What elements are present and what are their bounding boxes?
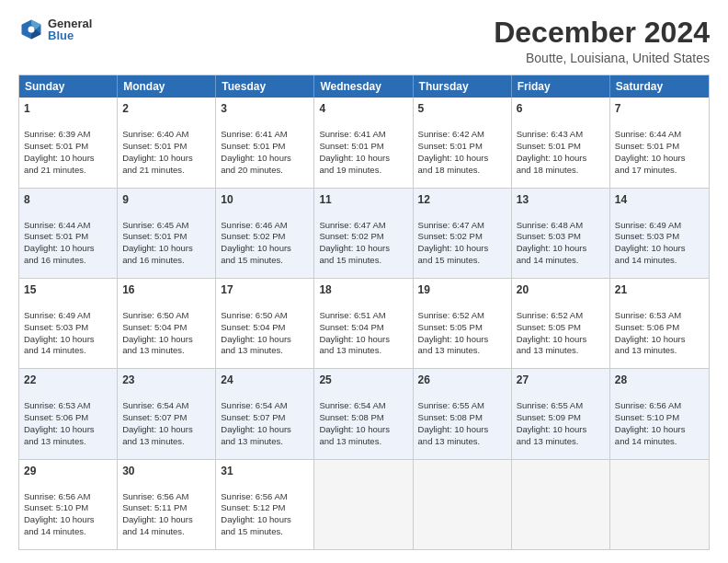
day-info-line: Daylight: 10 hours [24,243,95,253]
day-info-line: Sunrise: 6:56 AM [615,400,681,410]
day-number: 5 [418,101,506,116]
day-info-line: Daylight: 10 hours [615,153,686,163]
day-info-line: and 13 minutes. [319,436,381,446]
day-info-line: Sunset: 5:02 PM [319,231,383,241]
day-number: 21 [615,282,704,297]
day-info-line: and 13 minutes. [615,345,677,355]
day-info-line: Sunrise: 6:53 AM [615,310,681,320]
calendar-cell: 27Sunrise: 6:55 AMSunset: 5:09 PMDayligh… [512,369,610,458]
day-info-line: Sunrise: 6:39 AM [24,129,90,139]
calendar-row-5: 29Sunrise: 6:56 AMSunset: 5:10 PMDayligh… [19,460,709,549]
calendar-cell: 3Sunrise: 6:41 AMSunset: 5:01 PMDaylight… [216,98,314,187]
day-info-line: Sunset: 5:02 PM [418,231,483,241]
calendar-cell: 20Sunrise: 6:52 AMSunset: 5:05 PMDayligh… [512,279,610,368]
day-info-line: Sunset: 5:03 PM [24,322,88,332]
day-info-line: and 13 minutes. [517,436,579,446]
calendar-cell: 21Sunrise: 6:53 AMSunset: 5:06 PMDayligh… [610,279,709,368]
day-info-line: Sunrise: 6:55 AM [418,400,484,410]
day-info-line: and 14 minutes. [517,255,579,265]
day-number: 11 [319,192,407,207]
day-info-line: Daylight: 10 hours [122,334,193,344]
day-info-line: and 13 minutes. [517,345,579,355]
day-info-line: and 13 minutes. [122,345,185,355]
header-day-friday: Friday [512,75,610,98]
day-info-line: Sunset: 5:01 PM [221,141,285,151]
subtitle: Boutte, Louisiana, United States [494,51,710,65]
day-info-line: Sunset: 5:03 PM [517,231,581,241]
calendar-cell [610,460,709,549]
day-number: 15 [24,282,112,297]
day-number: 28 [615,373,704,387]
day-info-line: Daylight: 10 hours [122,424,193,434]
day-info-line: Sunrise: 6:54 AM [319,400,385,410]
day-number: 10 [221,192,309,207]
day-info-line: Sunrise: 6:50 AM [122,310,188,320]
day-number: 13 [517,192,605,207]
day-info-line: Sunset: 5:05 PM [418,322,483,332]
day-number: 22 [24,373,112,387]
day-info-line: Sunset: 5:01 PM [122,141,187,151]
day-info-line: Sunset: 5:01 PM [418,141,483,151]
day-info-line: Sunrise: 6:51 AM [319,310,385,320]
day-info-line: Daylight: 10 hours [517,243,587,253]
day-number: 3 [221,101,309,116]
day-info-line: and 13 minutes. [24,436,86,446]
day-info-line: and 16 minutes. [122,255,185,265]
day-number: 29 [24,464,112,478]
calendar-cell: 6Sunrise: 6:43 AMSunset: 5:01 PMDaylight… [512,98,610,187]
day-info-line: Sunrise: 6:49 AM [24,310,90,320]
day-info-line: Daylight: 10 hours [517,334,587,344]
day-info-line: Daylight: 10 hours [122,153,193,163]
calendar-cell: 11Sunrise: 6:47 AMSunset: 5:02 PMDayligh… [314,189,413,278]
day-info-line: Sunset: 5:04 PM [221,322,285,332]
day-info-line: and 15 minutes. [221,526,283,536]
calendar-cell: 24Sunrise: 6:54 AMSunset: 5:07 PMDayligh… [216,369,314,458]
day-number: 8 [24,192,112,207]
day-info-line: and 14 minutes. [24,526,86,536]
day-info-line: Daylight: 10 hours [418,424,489,434]
day-info-line: and 14 minutes. [615,436,677,446]
day-number: 25 [319,373,407,387]
day-number: 4 [319,101,407,116]
day-info-line: and 17 minutes. [615,165,677,175]
day-info-line: and 21 minutes. [24,165,86,175]
day-info-line: Sunset: 5:10 PM [615,412,679,422]
day-info-line: Sunset: 5:06 PM [615,322,679,332]
day-number: 6 [517,101,605,116]
day-info-line: Sunset: 5:07 PM [221,412,285,422]
header: General Blue December 2024 Boutte, Louis… [18,17,710,65]
day-info-line: Sunrise: 6:56 AM [221,491,287,501]
day-info-line: Sunrise: 6:43 AM [517,129,583,139]
calendar-cell: 9Sunrise: 6:45 AMSunset: 5:01 PMDaylight… [118,189,216,278]
day-info-line: and 15 minutes. [221,255,283,265]
day-info-line: Sunrise: 6:52 AM [517,310,583,320]
day-info-line: Sunset: 5:06 PM [24,412,88,422]
calendar-cell: 31Sunrise: 6:56 AMSunset: 5:12 PMDayligh… [216,460,314,549]
day-number: 31 [221,464,309,478]
day-info-line: Daylight: 10 hours [221,153,291,163]
day-info-line: and 19 minutes. [319,165,381,175]
day-number: 2 [122,101,210,116]
day-info-line: and 13 minutes. [221,436,283,446]
calendar-cell: 10Sunrise: 6:46 AMSunset: 5:02 PMDayligh… [216,189,314,278]
day-info-line: Daylight: 10 hours [221,334,291,344]
calendar-cell: 16Sunrise: 6:50 AMSunset: 5:04 PMDayligh… [118,279,216,368]
main-title: December 2024 [494,17,710,49]
day-info-line: Sunset: 5:01 PM [24,141,88,151]
calendar-cell: 14Sunrise: 6:49 AMSunset: 5:03 PMDayligh… [610,189,709,278]
day-info-line: and 14 minutes. [615,255,677,265]
day-info-line: and 13 minutes. [418,345,481,355]
header-day-sunday: Sunday [19,75,118,98]
day-info-line: Daylight: 10 hours [319,424,390,434]
day-info-line: and 18 minutes. [517,165,579,175]
day-info-line: Sunset: 5:04 PM [319,322,383,332]
day-info-line: Sunset: 5:01 PM [122,231,187,241]
day-info-line: and 21 minutes. [122,165,185,175]
calendar-cell [512,460,610,549]
day-info-line: Daylight: 10 hours [517,424,587,434]
calendar-row-2: 8Sunrise: 6:44 AMSunset: 5:01 PMDaylight… [19,189,709,279]
day-info-line: Sunrise: 6:54 AM [122,400,188,410]
day-number: 7 [615,101,704,116]
day-info-line: Sunrise: 6:54 AM [221,400,287,410]
calendar-cell [314,460,413,549]
